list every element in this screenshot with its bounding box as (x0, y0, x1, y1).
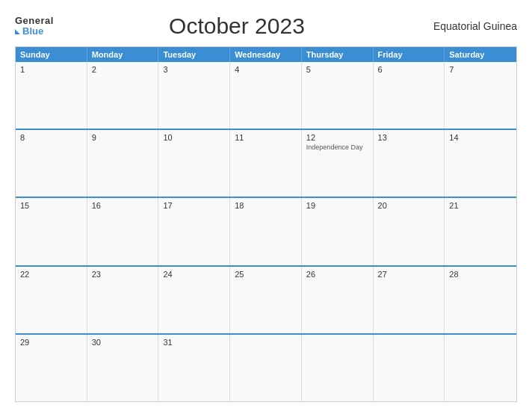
day-cell-w3-d5: 19 (302, 198, 374, 265)
day-cell-w5-d3: 31 (158, 335, 230, 401)
day-number: 5 (306, 65, 368, 74)
day-cell-w5-d6 (374, 335, 445, 401)
day-cell-w4-d3: 24 (158, 267, 230, 333)
day-number: 28 (449, 270, 512, 279)
header: General Blue October 2023 Equatorial Gui… (15, 13, 517, 39)
day-cell-w3-d2: 16 (87, 198, 159, 265)
day-cell-w4-d7: 28 (445, 267, 516, 333)
day-number: 24 (163, 270, 225, 279)
day-cell-w3-d1: 15 (16, 198, 87, 265)
day-number: 1 (20, 65, 82, 74)
day-number: 11 (235, 133, 297, 142)
day-cell-w3-d7: 21 (445, 198, 516, 265)
header-sunday: Sunday (16, 47, 87, 62)
day-number: 6 (378, 65, 440, 74)
day-cell-w4-d1: 22 (16, 267, 87, 333)
day-number: 30 (92, 338, 154, 347)
day-cell-w5-d5 (302, 335, 374, 401)
day-number: 26 (306, 270, 368, 279)
day-number: 16 (92, 201, 154, 210)
days-header: Sunday Monday Tuesday Wednesday Thursday… (16, 47, 516, 62)
day-number: 9 (92, 133, 154, 142)
day-number: 13 (378, 133, 440, 142)
day-cell-w4-d2: 23 (87, 267, 159, 333)
day-cell-w5-d4 (230, 335, 302, 401)
day-number: 20 (378, 201, 440, 210)
header-wednesday: Wednesday (230, 47, 302, 62)
day-cell-w4-d5: 26 (302, 267, 374, 333)
calendar: Sunday Monday Tuesday Wednesday Thursday… (15, 46, 517, 402)
day-number: 25 (235, 270, 297, 279)
day-number: 14 (449, 133, 512, 142)
day-number: 31 (163, 338, 225, 347)
week-row-5: 293031 (16, 333, 516, 401)
day-cell-w1-d1: 1 (16, 62, 87, 129)
day-number: 23 (92, 270, 154, 279)
logo-general-text: General (15, 16, 54, 26)
day-cell-w5-d2: 30 (87, 335, 159, 401)
day-number: 8 (20, 133, 82, 142)
day-cell-w4-d6: 27 (374, 267, 445, 333)
week-row-3: 15161718192021 (16, 197, 516, 265)
header-monday: Monday (87, 47, 159, 62)
day-number: 29 (20, 338, 82, 347)
day-number: 2 (92, 65, 154, 74)
event-label: Independence Day (306, 143, 368, 152)
day-number: 3 (163, 65, 225, 74)
day-cell-w1-d3: 3 (158, 62, 230, 129)
day-cell-w2-d7: 14 (445, 130, 516, 197)
day-cell-w1-d5: 5 (302, 62, 374, 129)
day-cell-w1-d7: 7 (445, 62, 516, 129)
day-number: 4 (235, 65, 297, 74)
weeks-container: 123456789101112Independence Day131415161… (16, 62, 516, 401)
day-cell-w1-d2: 2 (87, 62, 159, 129)
day-number: 18 (235, 201, 297, 210)
day-number: 7 (449, 65, 512, 74)
day-cell-w3-d3: 17 (158, 198, 230, 265)
logo-blue-text: Blue (15, 26, 54, 37)
week-row-4: 22232425262728 (16, 265, 516, 333)
day-number: 27 (378, 270, 440, 279)
day-cell-w2-d4: 11 (230, 130, 302, 197)
page: General Blue October 2023 Equatorial Gui… (0, 0, 532, 411)
day-number: 19 (306, 201, 368, 210)
day-number: 15 (20, 201, 82, 210)
day-cell-w1-d6: 6 (374, 62, 445, 129)
day-cell-w2-d3: 10 (158, 130, 230, 197)
day-number: 10 (163, 133, 225, 142)
day-cell-w5-d7 (445, 335, 516, 401)
logo: General Blue (15, 16, 54, 37)
week-row-2: 89101112Independence Day1314 (16, 129, 516, 197)
day-number: 12 (306, 133, 368, 142)
day-cell-w4-d4: 25 (230, 267, 302, 333)
day-number: 22 (20, 270, 82, 279)
header-tuesday: Tuesday (158, 47, 230, 62)
day-cell-w2-d5: 12Independence Day (302, 130, 374, 197)
day-number: 21 (449, 201, 512, 210)
day-cell-w2-d1: 8 (16, 130, 87, 197)
calendar-title: October 2023 (169, 13, 305, 39)
day-cell-w3-d4: 18 (230, 198, 302, 265)
logo-triangle-icon (15, 29, 20, 34)
header-thursday: Thursday (302, 47, 374, 62)
week-row-1: 1234567 (16, 62, 516, 129)
header-saturday: Saturday (445, 47, 516, 62)
day-cell-w3-d6: 20 (374, 198, 445, 265)
day-cell-w5-d1: 29 (16, 335, 87, 401)
country-label: Equatorial Guinea (420, 20, 517, 32)
day-cell-w2-d2: 9 (87, 130, 159, 197)
day-cell-w2-d6: 13 (374, 130, 445, 197)
day-cell-w1-d4: 4 (230, 62, 302, 129)
header-friday: Friday (374, 47, 445, 62)
day-number: 17 (163, 201, 225, 210)
